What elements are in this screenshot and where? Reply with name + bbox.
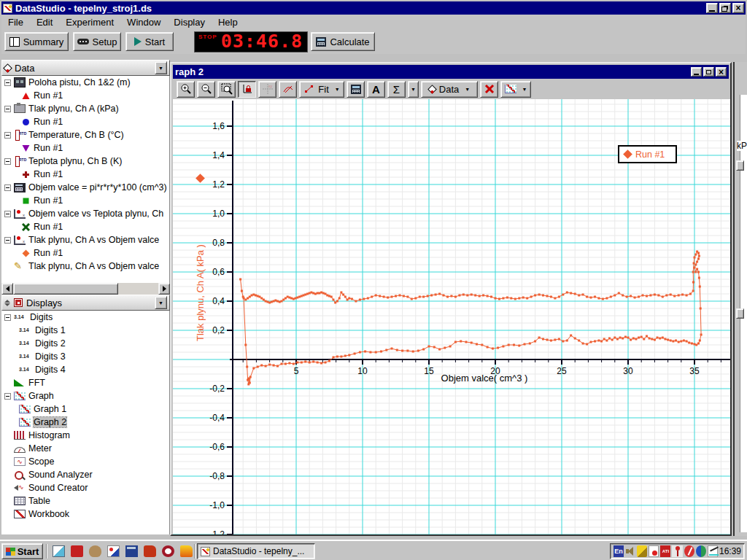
menu-window[interactable]: Window (120, 15, 167, 29)
menu-file[interactable]: File (1, 15, 30, 29)
data-dropdown-button[interactable]: ▼ (155, 61, 167, 74)
quicklaunch-editor-icon[interactable] (53, 545, 65, 557)
statistics-dropdown-button[interactable]: ▼ (408, 81, 419, 98)
menu-help[interactable]: Help (212, 15, 244, 29)
graph-minimize-button[interactable] (691, 67, 702, 77)
display-item[interactable]: Histogram (1, 429, 169, 442)
display-child-item[interactable]: 3.14Digits 1 (1, 324, 169, 337)
app-titlebar[interactable]: DataStudio - tepelny_stroj1.ds × (1, 1, 746, 15)
quicklaunch-opera-icon[interactable] (162, 545, 174, 557)
summary-button[interactable]: Summary (4, 32, 69, 51)
fit-menu-button[interactable]: Fit ▼ (299, 81, 344, 98)
display-item[interactable]: Graph (1, 389, 169, 402)
graph-maximize-button[interactable] (703, 67, 714, 77)
quicklaunch-calculator-icon[interactable] (125, 545, 138, 557)
data-horizontal-scrollbar[interactable] (1, 283, 170, 295)
expand-toggle[interactable] (4, 314, 11, 321)
quicklaunch-pdf-icon[interactable] (71, 545, 83, 557)
data-tree-item[interactable]: Tlak plynu, Ch A (kPa) (1, 102, 169, 115)
run-item[interactable]: Run #1 (1, 194, 169, 207)
zoom-out-button[interactable] (197, 81, 215, 98)
display-item[interactable]: FFT (1, 376, 169, 389)
display-item[interactable]: 3.14Digits (1, 311, 169, 324)
display-item[interactable]: Table (1, 494, 169, 508)
legend[interactable]: Run #1 (618, 145, 677, 163)
expand-toggle[interactable] (4, 106, 11, 112)
display-item[interactable]: ∿Scope (1, 455, 169, 468)
minimize-button[interactable] (706, 3, 718, 13)
expand-toggle[interactable] (4, 132, 11, 139)
calculate-button[interactable]: Calculate (311, 32, 375, 51)
data-tree-item[interactable]: ✎Tlak plynu, Ch A vs Objem valce (1, 260, 169, 273)
scrollbar-thumb[interactable] (13, 283, 118, 295)
statistics-button[interactable]: Σ (387, 81, 406, 98)
datastudio-task-button[interactable]: DataStudio - tepelny_... (197, 543, 315, 559)
delete-button[interactable] (480, 81, 498, 98)
run-item[interactable]: Run #1 (1, 220, 169, 233)
data-tree-item[interactable]: Objem valce vs Teplota plynu, Ch (1, 207, 169, 220)
run-item[interactable]: Run #1 (1, 168, 169, 181)
expand-toggle[interactable] (4, 158, 11, 165)
volume-icon[interactable] (625, 545, 635, 557)
expand-toggle[interactable] (4, 184, 11, 191)
expand-toggle[interactable] (4, 393, 11, 400)
setup-button[interactable]: Setup (73, 32, 121, 51)
display-item[interactable]: Sound Creator (1, 481, 169, 494)
zoom-select-button[interactable] (217, 81, 236, 98)
restore-button[interactable] (719, 3, 731, 13)
tray-agent-icon[interactable] (672, 545, 682, 557)
text-tool-button[interactable]: A (367, 81, 385, 98)
data-panel-header[interactable]: Data ▼ (1, 60, 170, 76)
start-menu-button[interactable]: Start (1, 543, 43, 559)
graph-settings-button[interactable]: ▼ (500, 81, 531, 98)
data-tree-item[interactable]: Teplota plynu, Ch B (K) (1, 155, 169, 168)
tray-lightning-icon[interactable] (684, 545, 694, 557)
graph-close-button[interactable]: × (716, 67, 727, 77)
data-tree-item[interactable]: Temperature, Ch B (°C) (1, 128, 169, 141)
chart-area[interactable]: 1,61,41,21,00,80,60,40,2-0,2-0,4-0,6-0,8… (173, 99, 730, 534)
quicklaunch-winamp-icon[interactable] (180, 545, 193, 557)
calculate-tool-button[interactable] (347, 81, 365, 98)
display-item[interactable]: Meter (1, 442, 169, 455)
expand-toggle[interactable] (4, 79, 11, 86)
tray-sync-icon[interactable] (696, 545, 706, 557)
displays-dropdown-button[interactable]: ▼ (155, 296, 167, 309)
quicklaunch-dragon-icon[interactable] (144, 545, 156, 557)
data-tree-item[interactable]: Poloha pistu, Ch 1&2 (m) (1, 76, 169, 89)
run-item[interactable]: Run #1 (1, 246, 169, 260)
run-item[interactable]: Run #1 (1, 115, 169, 128)
scroll-right-button[interactable] (158, 283, 170, 295)
tray-ati-icon[interactable]: ATI (660, 545, 670, 557)
zoom-in-button[interactable] (177, 81, 195, 98)
slope-tool-button[interactable] (279, 81, 297, 98)
quicklaunch-paint-icon[interactable] (107, 545, 120, 557)
start-button[interactable]: Start (125, 32, 174, 51)
run-item[interactable]: Run #1 (1, 141, 169, 155)
data-tree-item[interactable]: Objem valce = pi*r*r*y*100 (cm^3) (1, 181, 169, 194)
menu-edit[interactable]: Edit (30, 15, 59, 29)
scale-to-fit-button[interactable] (238, 81, 256, 98)
menu-experiment[interactable]: Experiment (59, 15, 120, 29)
tray-brush-icon[interactable] (637, 545, 647, 557)
data-menu-button[interactable]: Data ▼ (421, 81, 478, 98)
language-indicator[interactable]: En (614, 545, 624, 557)
smart-tool-button[interactable]: xy (258, 81, 276, 98)
expand-toggle[interactable] (4, 211, 11, 217)
scroll-left-button[interactable] (1, 283, 13, 295)
data-tree-item[interactable]: Tlak plynu, Ch A vs Objem valce (1, 233, 169, 246)
tray-pen-icon[interactable] (708, 545, 718, 557)
expand-toggle[interactable] (4, 237, 11, 244)
run-item[interactable]: Run #1 (1, 89, 169, 102)
display-child-item[interactable]: Graph 2 (1, 416, 169, 429)
quicklaunch-app-icon[interactable] (89, 545, 101, 557)
close-button[interactable]: × (732, 3, 744, 13)
tray-scheduler-icon[interactable] (649, 545, 659, 557)
display-child-item[interactable]: 3.14Digits 2 (1, 337, 169, 350)
display-child-item[interactable]: Graph 1 (1, 402, 169, 416)
graph-window-titlebar[interactable]: raph 2 × (173, 65, 729, 79)
display-item[interactable]: Workbook (1, 508, 169, 521)
splitter-icon[interactable] (4, 300, 10, 306)
display-child-item[interactable]: 3.14Digits 4 (1, 363, 169, 376)
display-item[interactable]: Sound Analyzer (1, 468, 169, 481)
chart-plot[interactable]: 1,61,41,21,00,80,60,40,2-0,2-0,4-0,6-0,8… (173, 99, 730, 534)
